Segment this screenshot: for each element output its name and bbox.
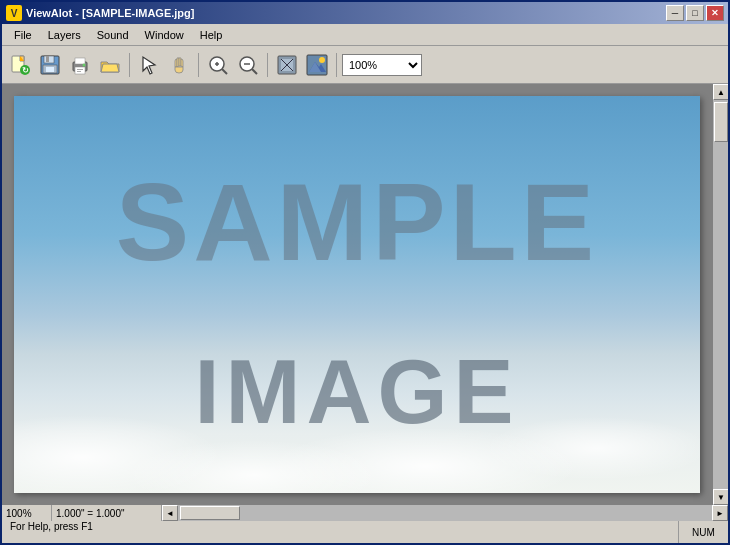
svg-rect-12: [75, 67, 85, 74]
svg-rect-9: [46, 67, 54, 72]
separator-4: [336, 53, 337, 77]
cursor-icon: [138, 54, 160, 76]
menu-help[interactable]: Help: [192, 27, 231, 43]
status-message: For Help, press F1: [2, 521, 678, 543]
svg-rect-11: [75, 58, 85, 64]
main-content: SAMPLE IMAGE ▲ ▼: [2, 84, 728, 505]
svg-point-31: [319, 57, 325, 63]
print-button[interactable]: [66, 51, 94, 79]
bottom-area: 100% 1.000" = 1.000" ◄ ► For Help, press…: [2, 505, 728, 543]
status-bar: For Help, press F1 NUM: [2, 521, 728, 543]
scrollbar-vertical[interactable]: ▲ ▼: [712, 84, 728, 505]
actual-size-icon: [306, 54, 328, 76]
zoom-in-button[interactable]: [204, 51, 232, 79]
window-controls: ─ □ ✕: [666, 5, 724, 21]
svg-marker-16: [143, 57, 155, 74]
separator-1: [129, 53, 130, 77]
zoom-out-icon: [237, 54, 259, 76]
print-icon: [69, 54, 91, 76]
save-icon: [39, 54, 61, 76]
scroll-up-button[interactable]: ▲: [713, 84, 728, 100]
svg-rect-13: [77, 69, 83, 70]
image-text: IMAGE: [14, 347, 700, 437]
scroll-left-button[interactable]: ◄: [162, 505, 178, 521]
hscroll-row: 100% 1.000" = 1.000" ◄ ►: [2, 505, 728, 521]
scroll-thumb-v[interactable]: [714, 102, 728, 142]
open-button[interactable]: [96, 51, 124, 79]
minimize-button[interactable]: ─: [666, 5, 684, 21]
image-canvas: SAMPLE IMAGE: [14, 96, 700, 493]
menu-bar: File Layers Sound Window Help: [2, 24, 728, 46]
sample-text: SAMPLE: [14, 167, 700, 277]
new-icon: ↻: [9, 54, 31, 76]
menu-layers[interactable]: Layers: [40, 27, 89, 43]
app-icon: V: [6, 5, 22, 21]
hand-icon: [168, 54, 190, 76]
canvas-area: SAMPLE IMAGE: [2, 84, 712, 505]
maximize-button[interactable]: □: [686, 5, 704, 21]
scale-status: 1.000" = 1.000": [52, 505, 162, 521]
separator-2: [198, 53, 199, 77]
save-button[interactable]: [36, 51, 64, 79]
svg-line-20: [222, 69, 227, 74]
main-window: V ViewAlot - [SAMPLE-IMAGE.jpg] ─ □ ✕ Fi…: [0, 0, 730, 545]
separator-3: [267, 53, 268, 77]
svg-rect-14: [77, 71, 81, 72]
scroll-down-button[interactable]: ▼: [713, 489, 728, 505]
actual-size-button[interactable]: [303, 51, 331, 79]
new-button[interactable]: ↻: [6, 51, 34, 79]
sample-image: SAMPLE IMAGE: [14, 96, 700, 493]
fit-button[interactable]: [273, 51, 301, 79]
svg-point-15: [83, 63, 86, 66]
scroll-track-h[interactable]: [178, 505, 712, 521]
zoom-out-button[interactable]: [234, 51, 262, 79]
num-status: NUM: [678, 521, 728, 543]
scroll-track-v[interactable]: [713, 100, 728, 489]
menu-file[interactable]: File: [6, 27, 40, 43]
svg-text:↻: ↻: [22, 66, 29, 75]
svg-rect-7: [46, 56, 49, 62]
window-title: ViewAlot - [SAMPLE-IMAGE.jpg]: [26, 7, 666, 19]
svg-line-23: [252, 69, 257, 74]
open-icon: [99, 54, 121, 76]
scroll-right-button[interactable]: ►: [712, 505, 728, 521]
title-bar: V ViewAlot - [SAMPLE-IMAGE.jpg] ─ □ ✕: [2, 2, 728, 24]
zoom-status: 100%: [2, 505, 52, 521]
menu-sound[interactable]: Sound: [89, 27, 137, 43]
zoom-select[interactable]: 100% 25% 50% 75% 100% 150% 200% 400%: [342, 54, 422, 76]
menu-window[interactable]: Window: [137, 27, 192, 43]
scroll-thumb-h[interactable]: [180, 506, 240, 520]
close-button[interactable]: ✕: [706, 5, 724, 21]
zoom-in-icon: [207, 54, 229, 76]
pan-button[interactable]: [165, 51, 193, 79]
toolbar: ↻: [2, 46, 728, 84]
fit-icon: [276, 54, 298, 76]
cursor-button[interactable]: [135, 51, 163, 79]
